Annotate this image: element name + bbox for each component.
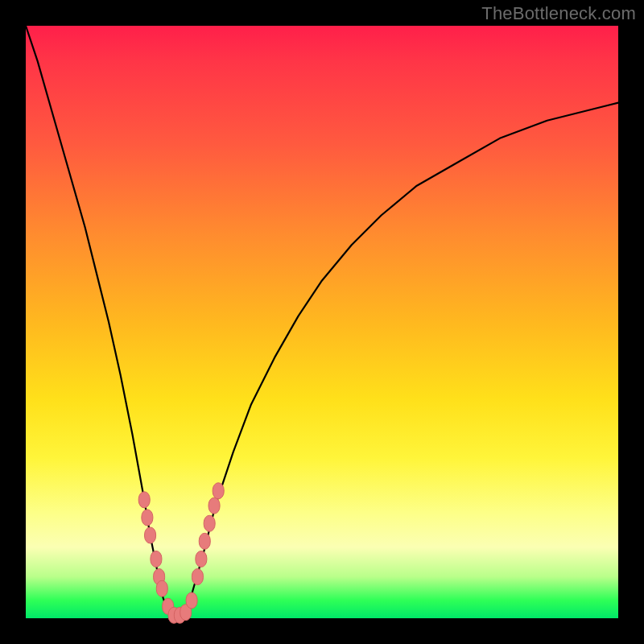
- curve-marker: [145, 527, 156, 543]
- curve-markers: [138, 483, 224, 624]
- curve-marker: [142, 510, 153, 526]
- curve-marker: [213, 483, 224, 499]
- curve-marker: [156, 580, 167, 597]
- curve-marker: [138, 492, 150, 508]
- curve-marker: [196, 551, 207, 567]
- chart-frame: TheBottleneck.com: [0, 0, 644, 644]
- curve-marker: [204, 515, 215, 531]
- curve-marker: [199, 533, 210, 549]
- curve-marker: [208, 497, 220, 514]
- watermark-text: TheBottleneck.com: [481, 3, 636, 24]
- curve-layer: [26, 26, 618, 618]
- curve-marker: [151, 551, 162, 567]
- plot-area: [26, 26, 618, 618]
- curve-marker: [186, 592, 197, 609]
- bottleneck-curve-path: [26, 26, 618, 618]
- curve-marker: [192, 568, 203, 584]
